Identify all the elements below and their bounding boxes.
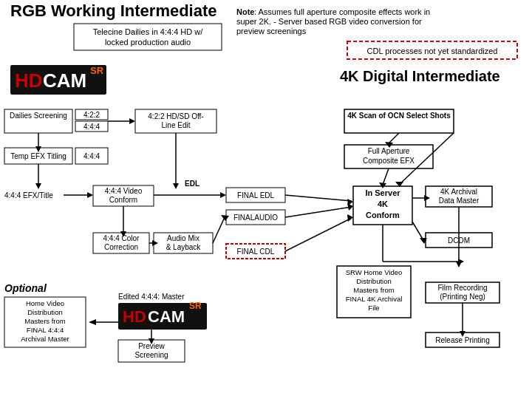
note-text2: super 2K. - Server based RGB video conve… [236,17,422,26]
offline-edit-1: 4:2:2 HD/SD Off- [148,112,203,120]
optional-label: Optional [4,282,47,294]
hdcam2-cam: CAM [148,307,185,326]
hdcam-cam: CAM [43,69,86,92]
audio-mix-1: Audio Mix [167,234,200,242]
main-title: RGB Working Intermediate [10,1,217,20]
srw-home-1: SRW Home Video [346,268,403,276]
color-correction-1: 4:4:4 Color [103,234,140,242]
release-printing: Release Printing [435,336,489,344]
srw-home-3: Masters from [353,286,395,294]
444-temp: 4:4:4 [83,152,100,160]
final-edl: FINAL EDL [237,191,275,200]
home-video-2: Distribution [27,308,63,316]
srw-home-2: Distribution [356,277,392,285]
film-recording-1: Film Recording [437,284,487,292]
hdcam2-sr: SR [189,301,202,311]
edl-label: EDL [185,180,200,188]
note-text3: preview screenings [236,27,307,35]
in-server-2: 4K [378,200,388,208]
dailies-screening: Dailies Screening [10,112,67,120]
ratio-444: 4:4:4 [83,123,100,131]
home-video-5: Archival Master [21,335,69,343]
final-audio: FINALAUDIO [233,214,278,222]
hdcam2-hd: HD [123,307,146,326]
efx-title: 4:4:4 EFX/Title [4,191,53,200]
note-text: : Assumes full aperture composite effect… [254,7,430,16]
offline-edit-2: Line Edit [162,121,191,129]
conform-2: Conform [109,196,137,204]
in-server-3: Conform [366,211,400,219]
audio-mix-2: & Layback [166,243,202,251]
home-video-1: Home Video [26,299,64,307]
4k-scan: 4K Scan of OCN Select Shots [347,112,451,120]
4k-archival-2: Data Master [439,197,480,205]
full-aperture-2: Composite EFX [363,157,415,165]
film-recording-2: (Printing Neg) [440,293,485,301]
4k-title: 4K Digital Intermediate [340,68,500,84]
srw-home-4: FINAL 4K Archival [346,295,403,303]
4k-archival-1: 4K Archival [440,188,477,196]
preview-screening-2: Screening [134,351,168,359]
hdcam-sr: SR [90,65,104,76]
color-correction-2: Correction [104,243,138,251]
subtitle-line2: locked production audio [105,38,191,47]
home-video-4: FINAL 4:4:4 [27,326,64,334]
temp-efx: Temp EFX Titling [10,152,66,160]
hdcam-hd: HD [15,69,43,92]
cdl-text: CDL processes not yet standardized [367,47,498,55]
srw-home-5: File [368,304,379,312]
note-label: Note [236,7,254,16]
ratio-422: 4:2:2 [83,111,100,119]
edited-master: Edited 4:4:4: Master [118,293,185,301]
final-cdl: FINAL CDL [237,248,275,256]
in-server-1: In Server [365,188,400,197]
full-aperture-1: Full Aperture [368,147,410,155]
subtitle-line1: Telecine Dailies in 4:4:4 HD w/ [93,27,204,36]
home-video-3: Masters from [24,317,66,325]
conform-1: 4:4:4 Video [105,187,143,195]
